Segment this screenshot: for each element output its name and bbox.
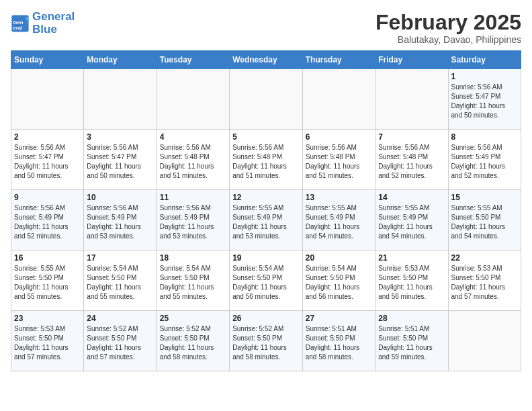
day-info: Sunrise: 5:56 AM Sunset: 5:47 PM Dayligh… bbox=[14, 143, 81, 181]
svg-text:eral: eral bbox=[13, 25, 23, 31]
calendar-cell: 8Sunrise: 5:56 AM Sunset: 5:49 PM Daylig… bbox=[448, 130, 521, 190]
calendar-cell: 19Sunrise: 5:54 AM Sunset: 5:50 PM Dayli… bbox=[230, 250, 303, 311]
calendar-cell: 15Sunrise: 5:55 AM Sunset: 5:50 PM Dayli… bbox=[448, 190, 521, 250]
logo-line1: General bbox=[32, 10, 75, 23]
calendar-cell bbox=[157, 69, 229, 130]
calendar-cell bbox=[84, 69, 157, 130]
calendar-cell: 16Sunrise: 5:55 AM Sunset: 5:50 PM Dayli… bbox=[11, 250, 84, 311]
day-number: 13 bbox=[306, 193, 372, 202]
day-info: Sunrise: 5:54 AM Sunset: 5:50 PM Dayligh… bbox=[87, 264, 153, 302]
day-number: 14 bbox=[378, 193, 445, 202]
calendar-cell: 17Sunrise: 5:54 AM Sunset: 5:50 PM Dayli… bbox=[84, 250, 157, 311]
location-subtitle: Balutakay, Davao, Philippines bbox=[375, 34, 521, 45]
calendar-week-row: 16Sunrise: 5:55 AM Sunset: 5:50 PM Dayli… bbox=[11, 250, 521, 311]
calendar-cell: 14Sunrise: 5:55 AM Sunset: 5:49 PM Dayli… bbox=[375, 190, 448, 250]
day-info: Sunrise: 5:56 AM Sunset: 5:48 PM Dayligh… bbox=[232, 143, 300, 181]
calendar-cell: 5Sunrise: 5:56 AM Sunset: 5:48 PM Daylig… bbox=[230, 130, 303, 190]
calendar-week-row: 1Sunrise: 5:56 AM Sunset: 5:47 PM Daylig… bbox=[11, 69, 521, 130]
logo-icon: Gen eral bbox=[11, 14, 30, 33]
day-number: 22 bbox=[451, 253, 519, 263]
calendar-cell: 4Sunrise: 5:56 AM Sunset: 5:48 PM Daylig… bbox=[157, 130, 229, 190]
day-number: 1 bbox=[451, 72, 519, 81]
day-number: 19 bbox=[232, 253, 300, 263]
calendar-cell bbox=[375, 69, 448, 130]
logo-line2: Blue bbox=[32, 24, 75, 36]
day-number: 8 bbox=[451, 132, 519, 142]
calendar-cell: 3Sunrise: 5:56 AM Sunset: 5:47 PM Daylig… bbox=[84, 130, 157, 190]
calendar-cell bbox=[230, 69, 303, 130]
day-number: 28 bbox=[378, 314, 445, 323]
calendar-cell bbox=[448, 311, 521, 371]
day-number: 6 bbox=[306, 132, 372, 142]
calendar-cell: 20Sunrise: 5:54 AM Sunset: 5:50 PM Dayli… bbox=[302, 250, 375, 311]
day-info: Sunrise: 5:56 AM Sunset: 5:48 PM Dayligh… bbox=[160, 143, 226, 181]
day-number: 4 bbox=[160, 132, 226, 142]
calendar-cell: 9Sunrise: 5:56 AM Sunset: 5:49 PM Daylig… bbox=[11, 190, 84, 250]
calendar-cell: 22Sunrise: 5:53 AM Sunset: 5:50 PM Dayli… bbox=[448, 250, 521, 311]
day-info: Sunrise: 5:56 AM Sunset: 5:49 PM Dayligh… bbox=[160, 203, 226, 241]
day-info: Sunrise: 5:55 AM Sunset: 5:50 PM Dayligh… bbox=[14, 264, 81, 302]
day-info: Sunrise: 5:53 AM Sunset: 5:50 PM Dayligh… bbox=[378, 264, 445, 302]
month-title: February 2025 bbox=[375, 11, 521, 34]
calendar-header-row: SundayMondayTuesdayWednesdayThursdayFrid… bbox=[11, 51, 521, 69]
calendar-cell: 21Sunrise: 5:53 AM Sunset: 5:50 PM Dayli… bbox=[375, 250, 448, 311]
day-info: Sunrise: 5:55 AM Sunset: 5:50 PM Dayligh… bbox=[451, 203, 519, 241]
day-info: Sunrise: 5:55 AM Sunset: 5:49 PM Dayligh… bbox=[306, 203, 372, 241]
weekday-header: Friday bbox=[375, 51, 448, 69]
calendar-cell: 10Sunrise: 5:56 AM Sunset: 5:49 PM Dayli… bbox=[84, 190, 157, 250]
calendar-cell: 18Sunrise: 5:54 AM Sunset: 5:50 PM Dayli… bbox=[157, 250, 229, 311]
calendar-cell: 27Sunrise: 5:51 AM Sunset: 5:50 PM Dayli… bbox=[302, 311, 375, 371]
calendar-table: SundayMondayTuesdayWednesdayThursdayFrid… bbox=[11, 50, 521, 371]
weekday-header: Tuesday bbox=[157, 51, 229, 69]
calendar-cell: 28Sunrise: 5:51 AM Sunset: 5:50 PM Dayli… bbox=[375, 311, 448, 371]
day-number: 5 bbox=[232, 132, 300, 142]
day-number: 15 bbox=[451, 193, 519, 202]
day-number: 10 bbox=[87, 193, 153, 202]
calendar-cell: 24Sunrise: 5:52 AM Sunset: 5:50 PM Dayli… bbox=[84, 311, 157, 371]
day-number: 21 bbox=[378, 253, 445, 263]
day-info: Sunrise: 5:55 AM Sunset: 5:49 PM Dayligh… bbox=[232, 203, 300, 241]
day-number: 17 bbox=[87, 253, 153, 263]
calendar-week-row: 9Sunrise: 5:56 AM Sunset: 5:49 PM Daylig… bbox=[11, 190, 521, 250]
calendar-cell: 13Sunrise: 5:55 AM Sunset: 5:49 PM Dayli… bbox=[302, 190, 375, 250]
day-info: Sunrise: 5:52 AM Sunset: 5:50 PM Dayligh… bbox=[232, 324, 300, 362]
calendar-week-row: 2Sunrise: 5:56 AM Sunset: 5:47 PM Daylig… bbox=[11, 130, 521, 190]
calendar-cell: 1Sunrise: 5:56 AM Sunset: 5:47 PM Daylig… bbox=[448, 69, 521, 130]
day-number: 26 bbox=[232, 314, 300, 323]
calendar-cell: 11Sunrise: 5:56 AM Sunset: 5:49 PM Dayli… bbox=[157, 190, 229, 250]
day-info: Sunrise: 5:56 AM Sunset: 5:48 PM Dayligh… bbox=[378, 143, 445, 181]
calendar-cell: 23Sunrise: 5:53 AM Sunset: 5:50 PM Dayli… bbox=[11, 311, 84, 371]
weekday-header: Monday bbox=[84, 51, 157, 69]
day-info: Sunrise: 5:56 AM Sunset: 5:49 PM Dayligh… bbox=[451, 143, 519, 181]
day-number: 12 bbox=[232, 193, 300, 202]
calendar-cell: 25Sunrise: 5:52 AM Sunset: 5:50 PM Dayli… bbox=[157, 311, 229, 371]
day-info: Sunrise: 5:54 AM Sunset: 5:50 PM Dayligh… bbox=[160, 264, 226, 302]
calendar-cell bbox=[302, 69, 375, 130]
day-number: 27 bbox=[306, 314, 372, 323]
calendar-cell: 12Sunrise: 5:55 AM Sunset: 5:49 PM Dayli… bbox=[230, 190, 303, 250]
weekday-header: Sunday bbox=[11, 51, 84, 69]
day-info: Sunrise: 5:52 AM Sunset: 5:50 PM Dayligh… bbox=[87, 324, 153, 362]
weekday-header: Saturday bbox=[448, 51, 521, 69]
day-number: 3 bbox=[87, 132, 153, 142]
day-number: 9 bbox=[14, 193, 81, 202]
day-info: Sunrise: 5:54 AM Sunset: 5:50 PM Dayligh… bbox=[306, 264, 372, 302]
day-number: 2 bbox=[14, 132, 81, 142]
day-info: Sunrise: 5:53 AM Sunset: 5:50 PM Dayligh… bbox=[14, 324, 81, 362]
day-info: Sunrise: 5:52 AM Sunset: 5:50 PM Dayligh… bbox=[160, 324, 226, 362]
calendar-cell: 2Sunrise: 5:56 AM Sunset: 5:47 PM Daylig… bbox=[11, 130, 84, 190]
day-info: Sunrise: 5:56 AM Sunset: 5:49 PM Dayligh… bbox=[14, 203, 81, 241]
day-number: 11 bbox=[160, 193, 226, 202]
weekday-header: Wednesday bbox=[230, 51, 303, 69]
day-info: Sunrise: 5:55 AM Sunset: 5:49 PM Dayligh… bbox=[378, 203, 445, 241]
day-info: Sunrise: 5:54 AM Sunset: 5:50 PM Dayligh… bbox=[232, 264, 300, 302]
day-info: Sunrise: 5:51 AM Sunset: 5:50 PM Dayligh… bbox=[306, 324, 372, 362]
day-number: 16 bbox=[14, 253, 81, 263]
day-number: 23 bbox=[14, 314, 81, 323]
calendar-cell: 6Sunrise: 5:56 AM Sunset: 5:48 PM Daylig… bbox=[302, 130, 375, 190]
calendar-cell: 26Sunrise: 5:52 AM Sunset: 5:50 PM Dayli… bbox=[230, 311, 303, 371]
day-info: Sunrise: 5:51 AM Sunset: 5:50 PM Dayligh… bbox=[378, 324, 445, 362]
day-info: Sunrise: 5:56 AM Sunset: 5:47 PM Dayligh… bbox=[87, 143, 153, 181]
weekday-header: Thursday bbox=[302, 51, 375, 69]
day-number: 25 bbox=[160, 314, 226, 323]
